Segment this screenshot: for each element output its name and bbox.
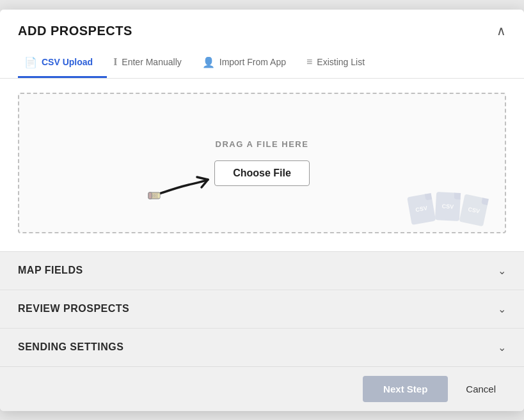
sending-settings-chevron: ⌄ bbox=[498, 341, 506, 354]
tab-csv-upload[interactable]: 📄 CSV Upload bbox=[18, 49, 107, 78]
cancel-button[interactable]: Cancel bbox=[456, 376, 506, 402]
review-prospects-chevron: ⌄ bbox=[498, 303, 506, 315]
arrow-decoration bbox=[147, 169, 218, 206]
tabs: 📄 CSV Upload I Enter Manually 👤 Import F… bbox=[18, 49, 506, 78]
modal-title: ADD PROSPECTS bbox=[18, 24, 132, 38]
map-fields-chevron: ⌄ bbox=[498, 265, 506, 277]
svg-rect-2 bbox=[157, 193, 160, 198]
accordion-header-map-fields[interactable]: MAP FIELDS ⌄ bbox=[0, 252, 524, 290]
map-fields-title: MAP FIELDS bbox=[18, 265, 83, 276]
import-from-app-icon: 👤 bbox=[202, 56, 215, 68]
tab-existing-list[interactable]: ≡ Existing List bbox=[300, 49, 379, 78]
tab-enter-manually[interactable]: I Enter Manually bbox=[107, 49, 196, 78]
csv-icon-3: CSV bbox=[459, 194, 489, 226]
accordion-header-sending-settings[interactable]: SENDING SETTINGS ⌄ bbox=[0, 329, 524, 366]
existing-list-icon: ≡ bbox=[306, 56, 312, 68]
tab-import-from-app-label: Import From App bbox=[219, 57, 286, 67]
next-step-button[interactable]: Next Step bbox=[363, 376, 448, 402]
sending-settings-title: SENDING SETTINGS bbox=[18, 341, 123, 353]
choose-file-button[interactable]: Choose File bbox=[214, 160, 310, 186]
modal-header-top: ADD PROSPECTS ∧ bbox=[18, 24, 506, 38]
modal-footer: Next Step Cancel bbox=[0, 366, 524, 411]
csv-icons-decoration: CSV CSV CSV bbox=[409, 192, 487, 221]
accordion-item-review-prospects: REVIEW PROSPECTS ⌄ bbox=[0, 290, 524, 328]
review-prospects-title: REVIEW PROSPECTS bbox=[18, 303, 129, 315]
accordion-item-map-fields: MAP FIELDS ⌄ bbox=[0, 251, 524, 290]
accordion-item-sending-settings: SENDING SETTINGS ⌄ bbox=[0, 328, 524, 366]
csv-upload-icon: 📄 bbox=[24, 56, 37, 68]
close-icon[interactable]: ∧ bbox=[496, 24, 506, 37]
csv-upload-section: DRAG A FILE HERE Choose File bbox=[0, 79, 524, 251]
enter-manually-icon: I bbox=[113, 56, 117, 68]
tab-import-from-app[interactable]: 👤 Import From App bbox=[196, 49, 300, 78]
drag-label: DRAG A FILE HERE bbox=[216, 139, 309, 149]
tab-existing-list-label: Existing List bbox=[317, 57, 365, 67]
tab-csv-upload-label: CSV Upload bbox=[42, 57, 93, 67]
drop-zone[interactable]: DRAG A FILE HERE Choose File bbox=[18, 93, 506, 233]
modal: ADD PROSPECTS ∧ 📄 CSV Upload I Enter Man… bbox=[0, 10, 524, 411]
csv-icon-1: CSV bbox=[407, 192, 436, 224]
csv-icon-2: CSV bbox=[435, 192, 461, 221]
modal-header: ADD PROSPECTS ∧ 📄 CSV Upload I Enter Man… bbox=[0, 10, 524, 79]
tab-enter-manually-label: Enter Manually bbox=[122, 57, 181, 67]
svg-rect-1 bbox=[148, 192, 152, 199]
arrow-icon bbox=[147, 169, 218, 204]
accordion: MAP FIELDS ⌄ REVIEW PROSPECTS ⌄ SENDING … bbox=[0, 251, 524, 366]
accordion-header-review-prospects[interactable]: REVIEW PROSPECTS ⌄ bbox=[0, 290, 524, 328]
